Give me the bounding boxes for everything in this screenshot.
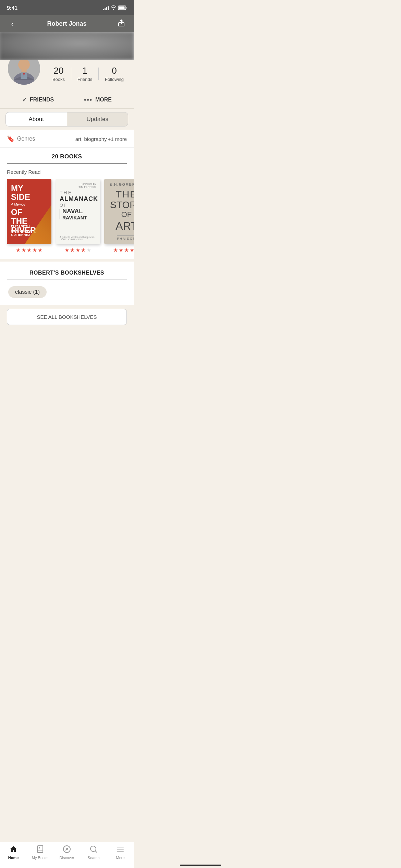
books-count-title: 20 BOOKS	[7, 153, 127, 164]
svg-rect-2	[119, 7, 125, 9]
shelves-list: classic (1)	[7, 285, 127, 299]
cover-photo	[0, 32, 134, 60]
recently-read-label: Recently Read	[0, 169, 134, 179]
share-button[interactable]	[116, 19, 127, 28]
shelf-tag-classic[interactable]: classic (1)	[8, 286, 47, 298]
status-time: 9:41	[7, 5, 17, 11]
books-count: 20	[52, 65, 65, 76]
book-cover-2: Foreword byTIM FERRISS THE ALMANACK OF N…	[56, 179, 100, 244]
back-button[interactable]: ‹	[7, 20, 18, 28]
wifi-icon	[111, 5, 116, 11]
profile-section: 20 Books 1 Friends 0 Following	[0, 60, 134, 91]
svg-point-6	[18, 59, 30, 71]
list-item[interactable]: E.H.GOMBRICH THE STORY OF ART PHAIDON ★ …	[104, 179, 134, 253]
list-item[interactable]: MYSIDE A Memoir OFTHERIVER ELIZABETHCAMA…	[7, 179, 51, 253]
page-title: Robert Jonas	[18, 20, 116, 27]
friends-button[interactable]: ✓ FRIENDS	[22, 96, 54, 104]
battery-icon	[118, 5, 127, 11]
books-label: Books	[52, 77, 65, 82]
friends-count: 1	[77, 65, 92, 76]
tabs: About Updates	[0, 109, 134, 130]
dots-icon: •••	[84, 96, 93, 104]
following-stat: 0 Following	[105, 65, 124, 82]
tab-about[interactable]: About	[5, 112, 67, 126]
status-bar: 9:41	[0, 0, 134, 15]
genres-row[interactable]: 🔖 Genres art, biography,+1 more	[0, 130, 134, 148]
list-item[interactable]: Foreword byTIM FERRISS THE ALMANACK OF N…	[56, 179, 100, 253]
more-button[interactable]: ••• MORE	[84, 96, 112, 104]
book-3-stars: ★ ★ ★ ★ ★	[104, 247, 134, 253]
bookmark-icon: 🔖	[7, 135, 14, 143]
action-buttons: ✓ FRIENDS ••• MORE	[0, 91, 134, 109]
book-cover-1: MYSIDE A Memoir OFTHERIVER ELIZABETHCAMA…	[7, 179, 51, 244]
bookshelves-title: ROBERT'S BOOKSHELVES	[7, 270, 127, 279]
signal-bars-icon	[103, 6, 109, 10]
genres-left: 🔖 Genres	[7, 135, 35, 143]
following-label: Following	[105, 77, 124, 82]
bookshelves-section: ROBERT'S BOOKSHELVES classic (1)	[0, 262, 134, 305]
header: ‹ Robert Jonas	[0, 15, 134, 32]
books-stat: 20 Books	[52, 65, 65, 82]
svg-rect-1	[126, 7, 127, 9]
tab-updates[interactable]: Updates	[67, 112, 129, 126]
stat-divider-1	[71, 68, 71, 80]
friends-label: Friends	[77, 77, 92, 82]
books-section: 20 BOOKS Recently Read MYSIDE A Memoir O…	[0, 148, 134, 259]
friends-stat: 1 Friends	[77, 65, 92, 82]
stats-row: 20 Books 1 Friends 0 Following	[49, 65, 127, 82]
status-icons	[103, 5, 127, 11]
stat-divider-2	[98, 68, 99, 80]
friends-button-label: FRIENDS	[30, 97, 54, 103]
genres-label: Genres	[17, 136, 35, 142]
book-2-stars: ★ ★ ★ ★ ★	[56, 247, 100, 253]
book-shelf: MYSIDE A Memoir OFTHERIVER ELIZABETHCAMA…	[0, 179, 134, 253]
genres-tags: art, biography,+1 more	[75, 136, 127, 142]
check-icon: ✓	[22, 96, 27, 104]
more-button-label: MORE	[95, 97, 112, 103]
see-all-bookshelves-button[interactable]: SEE ALL BOOKSHELVES	[7, 309, 127, 325]
book-cover-3: E.H.GOMBRICH THE STORY OF ART PHAIDON	[104, 179, 134, 244]
book-1-stars: ★ ★ ★ ★ ★	[7, 247, 51, 253]
following-count: 0	[105, 65, 124, 76]
